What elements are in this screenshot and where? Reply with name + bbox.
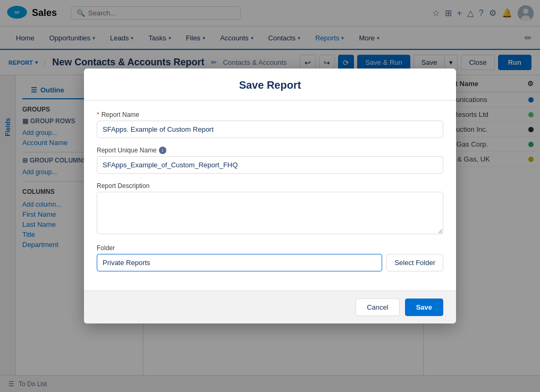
save-report-modal: Save Report * Report Name Report Unique … — [84, 69, 456, 323]
modal-overlay: Save Report * Report Name Report Unique … — [0, 0, 540, 392]
modal-footer: Cancel Save — [84, 291, 456, 323]
folder-row: Select Folder — [97, 254, 443, 271]
cancel-button[interactable]: Cancel — [356, 299, 399, 316]
required-indicator: * — [97, 111, 99, 118]
report-description-label: Report Description — [97, 182, 443, 190]
report-name-input[interactable] — [97, 121, 443, 138]
report-unique-name-field: Report Unique Name i — [97, 147, 443, 174]
modal-body: * Report Name Report Unique Name i Repor… — [84, 100, 456, 291]
modal-header: Save Report — [84, 69, 456, 100]
report-unique-name-label: Report Unique Name i — [97, 147, 443, 154]
folder-input[interactable] — [97, 254, 382, 271]
report-description-field: Report Description — [97, 182, 443, 236]
folder-label: Folder — [97, 244, 443, 252]
report-name-label: * Report Name — [97, 111, 443, 118]
folder-field: Folder Select Folder — [97, 244, 443, 271]
report-unique-name-input[interactable] — [97, 156, 443, 174]
report-name-field: * Report Name — [97, 111, 443, 138]
modal-title: Save Report — [97, 79, 443, 91]
save-modal-button[interactable]: Save — [405, 299, 443, 316]
select-folder-button[interactable]: Select Folder — [386, 254, 443, 271]
info-icon[interactable]: i — [159, 147, 166, 154]
report-description-input[interactable] — [97, 192, 443, 234]
